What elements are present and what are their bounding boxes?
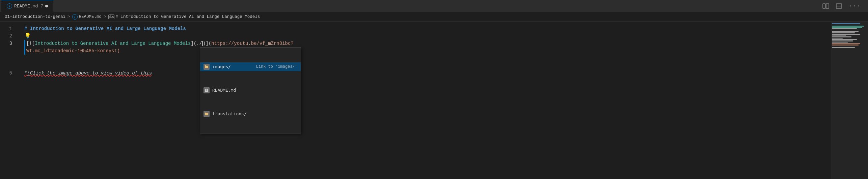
breadcrumb-sep-1: > [67,14,70,19]
minimap-line-9 [832,34,860,35]
layout-button[interactable] [834,3,844,9]
tab-unsaved-count: 7 [40,4,43,9]
minimap-line-19 [832,47,855,48]
minimap [831,22,868,179]
code-line-1: # Introduction to Generative AI and Larg… [24,25,831,32]
line-num-3: 3 [0,40,18,47]
breadcrumb-file-icon: i [72,14,78,20]
lightbulb-icon: 💡 [24,32,31,40]
autocomplete-item-readme[interactable]: README.md [200,86,301,95]
autocomplete-item-images[interactable]: images/ Link to 'images/' [200,62,301,71]
minimap-line-8 [832,32,855,33]
breadcrumb-section-icon: abc [108,14,114,19]
link-close-bracket: )]( [203,40,211,47]
editor-main: 1 2 3 5 # Introduction to Generative AI … [0,22,831,179]
autocomplete-label-readme: README.md [212,87,295,94]
breadcrumb-folder-name: 01-introduction-to-genai [5,14,65,19]
minimap-line-6 [832,30,836,31]
minimap-line-4 [832,27,862,28]
split-editor-button[interactable] [820,3,831,9]
folder-icon-images [204,64,210,70]
breadcrumb-file-name: README.md [79,14,102,19]
minimap-line-14 [832,40,853,41]
line-num-1: 1 [0,25,18,32]
breadcrumb-file[interactable]: i README.md [72,14,102,20]
minimap-line-17 [832,44,859,46]
file-icon-readme [204,87,210,93]
tab-list: i README.md 7 [1,0,53,12]
minimap-line-16 [832,43,860,44]
minimap-line-2 [832,24,836,25]
autocomplete-item-translations[interactable]: translations/ [200,110,301,118]
line-num-4 [0,47,18,62]
link-url-cont: WT.mc_id=academic-105485-koreyst) [26,47,120,55]
code-line-3: [![Introduction to Generative AI and Lar… [24,40,831,55]
link-middle: ](./ [191,40,202,47]
minimap-line-7 [832,31,859,32]
minimap-line-11 [832,36,851,37]
editor-container: 1 2 3 5 # Introduction to Generative AI … [0,22,868,179]
code-area: 1 2 3 5 # Introduction to Generative AI … [0,22,831,179]
line-num-2: 2 [0,32,18,40]
code-line-5: *(Click the image above to view video of… [24,69,831,77]
minimap-line-12 [832,38,843,39]
link-alt-text: Introduction to Generative AI and Large … [35,40,191,47]
minimap-line-3 [832,26,864,27]
minimap-line-15 [832,42,848,43]
autocomplete-detail-images: Link to 'images/' [256,63,297,70]
code-line-4 [24,55,831,62]
italic-text: *(Click the image above to view video of… [24,69,152,77]
git-change-bar [24,40,25,55]
heading-text: # Introduction to Generative AI and Larg… [24,25,186,32]
autocomplete-dropdown[interactable]: images/ Link to 'images/' [200,47,301,133]
code-line-2: 💡 [24,32,831,40]
minimap-line-5 [832,28,857,29]
tab-modified-dot [45,5,48,7]
line-numbers: 1 2 3 5 [0,22,18,179]
line-num-5: 5 [0,69,18,77]
tab-bar: i README.md 7 ··· [0,0,868,12]
more-actions-button[interactable]: ··· [847,2,863,10]
svg-rect-1 [826,4,829,8]
tab-filename: README.md [14,4,38,9]
autocomplete-label-translations: translations/ [212,110,295,118]
tab-file-icon: i [7,3,12,9]
breadcrumb-section[interactable]: abc # Introduction to Generative AI and … [108,14,260,19]
minimap-line-10 [832,35,846,36]
svg-rect-0 [823,4,825,8]
breadcrumb: 01-introduction-to-genai > i README.md >… [0,12,868,22]
tab-readme[interactable]: i README.md 7 [1,0,53,12]
link-url: https://youtu.be/vf_mZrn8ibc? [211,40,294,47]
breadcrumb-folder[interactable]: 01-introduction-to-genai [5,14,65,19]
breadcrumb-sep-2: > [104,14,106,19]
minimap-line-1 [832,23,860,24]
breadcrumb-section-name: # Introduction to Generative AI and Larg… [116,14,260,19]
code-content[interactable]: # Introduction to Generative AI and Larg… [18,22,831,179]
autocomplete-label-images: images/ [212,63,253,70]
folder-icon-translations [204,111,210,117]
link-prefix: [![ [26,40,35,47]
minimap-content [831,22,868,50]
tab-toolbar: ··· [820,2,867,10]
minimap-line-18 [832,46,839,47]
minimap-line-13 [832,39,857,40]
